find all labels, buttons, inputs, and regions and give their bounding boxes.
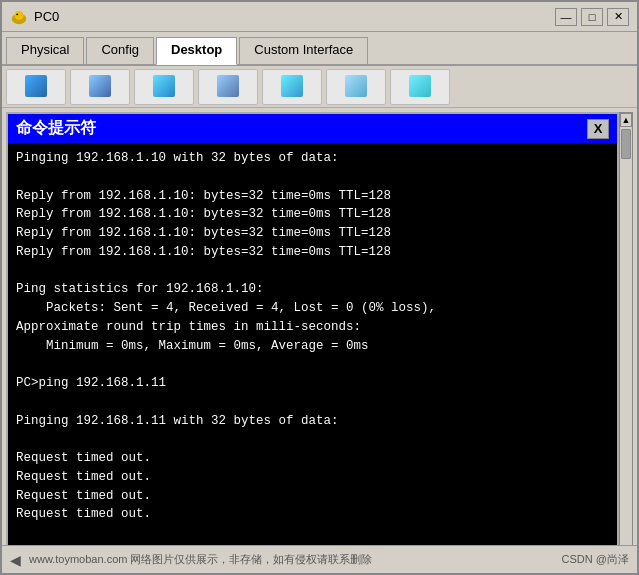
app-window: PC0 — □ ✕ Physical Config Desktop Custom… xyxy=(0,0,639,575)
cmd-close-button[interactable]: X xyxy=(587,119,609,139)
title-bar-left: PC0 xyxy=(10,8,59,26)
toolbar-icon-4[interactable] xyxy=(198,69,258,105)
tab-desktop[interactable]: Desktop xyxy=(156,37,237,65)
status-info-text: www.toymoban.com 网络图片仅供展示，非存储，如有侵权请联系删除 xyxy=(29,552,372,567)
toolbar xyxy=(2,66,637,108)
title-bar-controls: — □ ✕ xyxy=(555,8,629,26)
content-wrapper: 命令提示符 X Pinging 192.168.1.10 with 32 byt… xyxy=(2,108,637,573)
cmd-content[interactable]: Pinging 192.168.1.10 with 32 bytes of da… xyxy=(8,143,617,567)
status-right: CSDN @尚泽 xyxy=(562,552,629,567)
nav-left-arrow[interactable]: ◀ xyxy=(10,552,21,568)
tab-physical[interactable]: Physical xyxy=(6,37,84,65)
cmd-window: 命令提示符 X Pinging 192.168.1.10 with 32 byt… xyxy=(6,112,619,569)
tab-config[interactable]: Config xyxy=(86,37,154,65)
tab-bar: Physical Config Desktop Custom Interface xyxy=(2,32,637,66)
close-button[interactable]: ✕ xyxy=(607,8,629,26)
scrollbar-track: ▲ ▼ xyxy=(619,112,633,569)
scroll-up-arrow[interactable]: ▲ xyxy=(620,113,632,127)
toolbar-icon-2[interactable] xyxy=(70,69,130,105)
toolbar-icon-1[interactable] xyxy=(6,69,66,105)
scrollbar-thumb[interactable] xyxy=(621,129,631,159)
svg-point-1 xyxy=(15,10,24,19)
status-bar: ◀ www.toymoban.com 网络图片仅供展示，非存储，如有侵权请联系删… xyxy=(2,545,637,573)
minimize-button[interactable]: — xyxy=(555,8,577,26)
toolbar-icon-3[interactable] xyxy=(134,69,194,105)
cmd-titlebar: 命令提示符 X xyxy=(8,114,617,143)
status-left: ◀ www.toymoban.com 网络图片仅供展示，非存储，如有侵权请联系删… xyxy=(10,552,372,568)
svg-point-2 xyxy=(16,13,18,15)
app-title: PC0 xyxy=(34,9,59,24)
toolbar-icon-6[interactable] xyxy=(326,69,386,105)
title-bar: PC0 — □ ✕ xyxy=(2,2,637,32)
maximize-button[interactable]: □ xyxy=(581,8,603,26)
toolbar-icon-5[interactable] xyxy=(262,69,322,105)
toolbar-icon-7[interactable] xyxy=(390,69,450,105)
tab-custom-interface[interactable]: Custom Interface xyxy=(239,37,368,65)
cmd-title: 命令提示符 xyxy=(16,118,96,139)
app-icon xyxy=(10,8,28,26)
